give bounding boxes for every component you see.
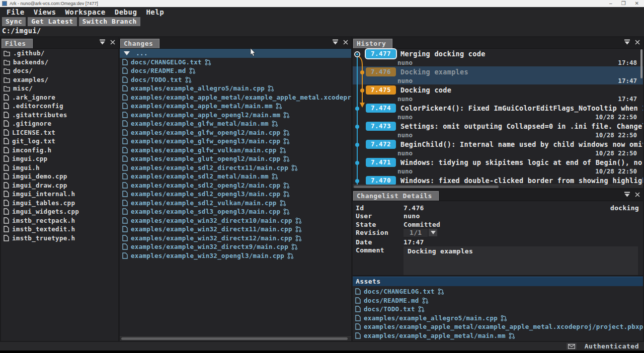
scrollbar-thumb[interactable] bbox=[121, 337, 348, 340]
file-tree-item[interactable]: imgui.cpp bbox=[1, 154, 118, 163]
changed-file-row[interactable]: examples/example_win32_directx10/main.cp… bbox=[120, 216, 351, 225]
menu-item[interactable]: Debug bbox=[110, 8, 142, 16]
file-tree-item[interactable]: examples/ bbox=[1, 75, 118, 84]
changed-file-row[interactable]: examples/example_sdl2_opengl2/main.cpp bbox=[120, 181, 351, 190]
changed-file-row[interactable]: examples/example_sdl2_opengl3/main.cpp bbox=[120, 190, 351, 199]
changeset-badge[interactable]: 7.477 bbox=[366, 49, 396, 58]
tab-changelist-details[interactable]: Changelist Details bbox=[353, 191, 439, 201]
changed-file-row[interactable]: examples/example_win32_directx9/main.cpp bbox=[120, 242, 351, 251]
file-tree-item[interactable]: imgui_demo.cpp bbox=[1, 172, 118, 181]
asset-file-row[interactable]: docs/CHANGELOG.txt bbox=[353, 287, 643, 296]
toolbar-button[interactable]: Sync bbox=[2, 17, 26, 26]
changed-file-row[interactable]: docs/CHANGELOG.txt bbox=[120, 58, 351, 67]
expand-triangle-icon[interactable] bbox=[124, 51, 130, 55]
changed-file-row[interactable]: examples/example_apple_metal/example_app… bbox=[120, 93, 351, 102]
file-tree-item[interactable]: misc/ bbox=[1, 84, 118, 93]
changed-file-row[interactable]: examples/example_sdl2_vulkan/main.cpp bbox=[120, 199, 351, 208]
asset-file-row[interactable]: docs/README.md bbox=[353, 296, 643, 305]
history-hscrollbar[interactable] bbox=[353, 185, 643, 188]
file-tree-item[interactable]: imstb_textedit.h bbox=[1, 225, 118, 234]
changeset-badge[interactable]: 7.473 bbox=[366, 122, 396, 131]
changeset-badge[interactable]: 7.470 bbox=[366, 176, 396, 185]
changed-file-row[interactable]: examples/example_win32_opengl3/main.cpp bbox=[120, 251, 351, 260]
file-tree-item[interactable]: imstb_rectpack.h bbox=[1, 216, 118, 225]
file-tree-item[interactable]: .ark_ignore bbox=[1, 93, 118, 102]
file-tree-item[interactable]: imconfig.h bbox=[1, 146, 118, 155]
menu-item[interactable]: Help bbox=[141, 8, 169, 16]
changed-file-row[interactable]: examples/example_sdl2_metal/main.mm bbox=[120, 172, 351, 181]
toolbar-button[interactable]: Get Latest bbox=[28, 17, 76, 26]
history-commit-row[interactable]: 7.470 Windows: fixed double-clicked bord… bbox=[353, 175, 643, 185]
file-tree-item[interactable]: git_log.txt bbox=[1, 137, 118, 146]
changeset-badge[interactable]: 7.476 bbox=[366, 67, 396, 76]
changed-file-row[interactable]: examples/example_glfw_vulkan/main.cpp bbox=[120, 146, 351, 155]
menu-item[interactable]: File bbox=[2, 8, 29, 16]
changes-root-row[interactable]: ... bbox=[120, 49, 351, 58]
menu-item[interactable]: Views bbox=[29, 8, 61, 16]
file-tree-item[interactable]: LICENSE.txt bbox=[1, 128, 118, 137]
history-commit-row[interactable]: 7.477 Merging docking code nuno 17:48 bbox=[353, 48, 643, 66]
filter-icon[interactable] bbox=[332, 39, 339, 45]
tab-files[interactable]: Files bbox=[2, 39, 33, 48]
file-tree-item[interactable]: .editorconfig bbox=[1, 102, 118, 111]
filter-icon[interactable] bbox=[99, 39, 106, 45]
history-commit-row[interactable]: 7.473 Settings: omit outputing Collapsed… bbox=[353, 121, 643, 139]
minimize-button[interactable]: – bbox=[609, 1, 612, 6]
history-commit-row[interactable]: 7.476 Docking examples nuno 17:47 bbox=[353, 66, 643, 84]
changed-file-row[interactable]: examples/example_allegro5/main.cpp bbox=[120, 84, 351, 93]
history-commit-row[interactable]: 7.471 Windows: tidying up skipitems logi… bbox=[353, 157, 643, 175]
file-tree-item[interactable]: imgui_draw.cpp bbox=[1, 181, 118, 190]
file-tree-item[interactable]: .gitattributes bbox=[1, 111, 118, 120]
asset-file-row[interactable]: examples/example_allegro5/main.cpp bbox=[353, 314, 643, 323]
changed-file-row[interactable]: examples/example_glfw_opengl3/main.cpp bbox=[120, 137, 351, 146]
history-commit-row[interactable]: 7.475 Docking code nuno 17:47 bbox=[353, 84, 643, 103]
menu-item[interactable]: Workspace bbox=[60, 8, 110, 16]
close-icon[interactable] bbox=[635, 192, 640, 197]
changed-file-row[interactable]: examples/example_sdl2_directx11/main.cpp bbox=[120, 163, 351, 172]
changed-file-row[interactable]: examples/example_sdl3_opengl3/main.cpp bbox=[120, 207, 351, 216]
changed-file-row[interactable]: examples/example_win32_directx12/main.cp… bbox=[120, 234, 351, 243]
tab-changes[interactable]: Changes bbox=[120, 39, 159, 48]
changeset-badge[interactable]: 7.471 bbox=[366, 158, 396, 167]
changed-file-row[interactable]: examples/example_glfw_opengl2/main.cpp bbox=[120, 128, 351, 137]
changed-file-row[interactable]: examples/example_win32_directx11/main.cp… bbox=[120, 225, 351, 234]
changed-file-row[interactable]: examples/example_glut_opengl2/main.cpp bbox=[120, 154, 351, 163]
file-tree-item[interactable]: imgui_tables.cpp bbox=[1, 199, 118, 208]
asset-file-row[interactable]: examples/example_apple_metal/example_app… bbox=[353, 322, 643, 331]
history-vscrollbar[interactable] bbox=[640, 49, 642, 78]
scrollbar-thumb[interactable] bbox=[354, 186, 499, 188]
close-icon[interactable] bbox=[110, 40, 115, 45]
mail-icon[interactable] bbox=[567, 343, 577, 349]
revision-dropdown-button[interactable] bbox=[429, 229, 437, 236]
file-tree-item[interactable]: backends/ bbox=[1, 58, 118, 67]
changed-file-row[interactable]: docs/README.md bbox=[120, 66, 351, 75]
history-commit-row[interactable]: 7.474 ColorPicker4(): Fixed ImGuiColorEd… bbox=[353, 103, 643, 121]
filter-icon[interactable] bbox=[624, 39, 630, 45]
asset-file-row[interactable]: examples/example_apple_metal/main.mm bbox=[353, 331, 643, 340]
maximize-button[interactable]: ❐ bbox=[621, 1, 626, 6]
history-commit-row[interactable]: 7.472 BeginChild(): Internal name used b… bbox=[353, 139, 643, 157]
close-icon[interactable] bbox=[343, 40, 348, 45]
comment-input[interactable]: Docking examples bbox=[404, 246, 638, 276]
close-button[interactable]: ✕ bbox=[635, 1, 639, 6]
file-tree-item[interactable]: imgui_widgets.cpp bbox=[1, 207, 118, 216]
tab-history[interactable]: History bbox=[353, 39, 392, 48]
changed-file-row[interactable]: docs/TODO.txt bbox=[120, 75, 351, 84]
changeset-badge[interactable]: 7.472 bbox=[366, 140, 396, 149]
changed-file-row[interactable]: examples/example_glfw_metal/main.mm bbox=[120, 119, 351, 128]
file-tree-item[interactable]: imgui_internal.h bbox=[1, 190, 118, 199]
filter-icon[interactable] bbox=[624, 192, 630, 197]
file-tree-item[interactable]: .gitignore bbox=[1, 119, 118, 128]
changed-file-row[interactable]: examples/example_apple_opengl2/main.mm bbox=[120, 111, 351, 120]
close-icon[interactable] bbox=[635, 40, 640, 45]
changeset-badge[interactable]: 7.475 bbox=[366, 85, 396, 95]
asset-file-row[interactable]: docs/TODO.txt bbox=[353, 305, 643, 314]
changeset-badge[interactable]: 7.474 bbox=[366, 104, 396, 113]
changed-file-row[interactable]: examples/example_apple_metal/main.mm bbox=[120, 102, 351, 111]
changes-hscrollbar[interactable] bbox=[120, 336, 351, 341]
asset-file-row[interactable]: examples/example_apple_opengl2/main.mm bbox=[353, 340, 643, 341]
toolbar-button[interactable]: Switch Branch bbox=[79, 17, 140, 26]
file-tree-item[interactable]: imstb_truetype.h bbox=[1, 234, 118, 243]
file-tree-item[interactable]: .github/ bbox=[1, 49, 118, 58]
file-tree-item[interactable]: imgui.h bbox=[1, 163, 118, 172]
